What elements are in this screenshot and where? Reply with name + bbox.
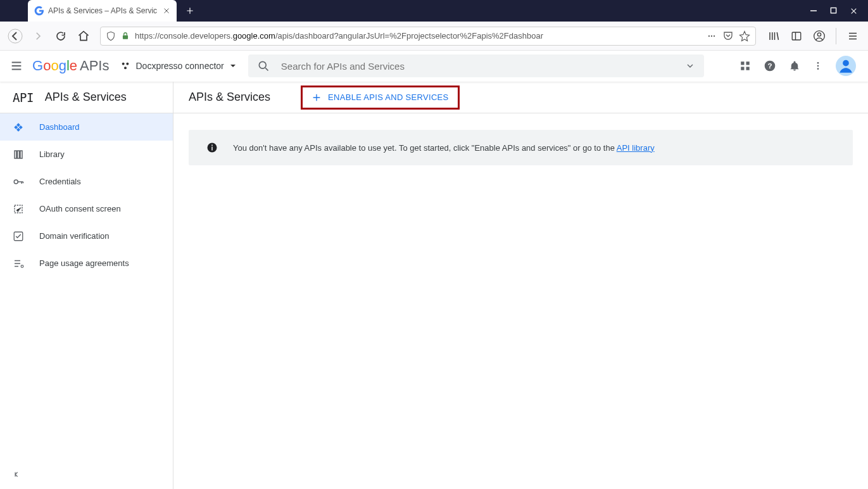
gift-icon[interactable] [739, 60, 751, 72]
main: API APIs & Services Dashboard Library Cr… [0, 82, 868, 489]
svg-point-9 [122, 63, 125, 65]
svg-point-28 [211, 144, 213, 146]
browser-tab-title: APIs & Services – APIs & Servic [48, 6, 159, 15]
project-selector[interactable]: Docxpresso connector [118, 61, 239, 71]
svg-point-1 [8, 29, 22, 43]
forward-button[interactable] [29, 27, 47, 45]
search-icon [257, 60, 270, 72]
page-actions-icon[interactable] [706, 32, 717, 41]
shield-icon [106, 31, 116, 41]
sidebar: API APIs & Services Dashboard Library Cr… [0, 82, 173, 489]
user-avatar[interactable] [836, 56, 856, 76]
reload-button[interactable] [52, 27, 70, 45]
svg-point-10 [127, 63, 129, 65]
svg-point-21 [817, 68, 819, 70]
sidebar-item-credentials[interactable]: Credentials [0, 168, 173, 195]
banner-text: You don't have any APIs available to use… [233, 143, 655, 153]
pocket-icon[interactable] [722, 30, 734, 42]
profile-icon[interactable] [810, 27, 828, 45]
sidebar-item-page-usage-agreements[interactable]: Page usage agreements [0, 250, 173, 277]
key-icon [13, 176, 24, 187]
enable-apis-button[interactable]: ENABLE APIS AND SERVICES [301, 86, 459, 110]
brand-logo[interactable]: Google APIs [32, 58, 109, 74]
nav-menu-button[interactable] [9, 59, 23, 73]
notifications-icon[interactable] [789, 60, 800, 72]
window-titlebar: APIs & Services – APIs & Servic [0, 0, 868, 22]
home-button[interactable] [75, 27, 92, 45]
sidebar-header: API APIs & Services [0, 82, 173, 113]
svg-rect-0 [831, 8, 836, 13]
overflow-menu-icon[interactable] [813, 60, 823, 72]
window-close-button[interactable] [850, 7, 858, 15]
enable-apis-label: ENABLE APIS AND SERVICES [328, 92, 448, 102]
sidebar-item-label: OAuth consent screen [39, 204, 121, 213]
search-box[interactable] [248, 54, 704, 77]
svg-rect-14 [746, 61, 750, 65]
sidebar-item-domain-verification[interactable]: Domain verification [0, 222, 173, 250]
window-controls [800, 7, 868, 15]
library-icon [13, 149, 24, 160]
sidebar-item-dashboard[interactable]: Dashboard [0, 113, 173, 141]
content: APIs & Services ENABLE APIS AND SERVICES… [173, 82, 868, 489]
window-maximize-button[interactable] [830, 7, 837, 15]
svg-point-5 [714, 35, 715, 36]
content-header: APIs & Services ENABLE APIS AND SERVICES [173, 82, 868, 113]
new-tab-button[interactable] [186, 6, 194, 15]
svg-rect-13 [741, 61, 744, 65]
api-icon: API [13, 91, 34, 105]
svg-rect-6 [792, 32, 801, 40]
close-tab-button[interactable] [163, 7, 170, 15]
svg-point-4 [711, 35, 712, 36]
url-bar[interactable]: https://console.developers.google.com/ap… [100, 27, 756, 46]
browser-tab[interactable]: APIs & Services – APIs & Servic [28, 0, 177, 22]
back-button[interactable] [6, 27, 24, 45]
sidebar-item-library[interactable]: Library [0, 141, 173, 168]
svg-point-11 [124, 67, 127, 69]
svg-point-12 [259, 61, 266, 68]
svg-rect-15 [741, 67, 744, 70]
sidebars-icon[interactable] [788, 27, 805, 45]
svg-rect-2 [123, 35, 128, 39]
url-text: https://console.developers.google.com/ap… [135, 31, 701, 41]
svg-point-19 [817, 62, 819, 64]
sidebar-item-label: Credentials [39, 177, 81, 186]
svg-rect-16 [746, 67, 750, 70]
library-icon[interactable] [765, 27, 783, 45]
info-icon [206, 142, 218, 153]
bookmark-icon[interactable] [739, 30, 750, 42]
google-favicon [34, 6, 44, 16]
check-box-icon [13, 231, 24, 242]
sidebar-item-label: Domain verification [39, 231, 110, 241]
svg-point-22 [843, 60, 849, 67]
browser-navbar: https://console.developers.google.com/ap… [0, 22, 868, 51]
svg-rect-27 [211, 147, 213, 151]
svg-point-23 [14, 180, 18, 184]
page-title: APIs & Services [189, 91, 270, 104]
window-minimize-button[interactable] [810, 7, 817, 15]
app-bar-actions: ? [739, 56, 859, 76]
app-bar: Google APIs Docxpresso connector ? [0, 51, 868, 82]
sidebar-item-oauth-consent[interactable]: OAuth consent screen [0, 195, 173, 222]
chevron-down-icon[interactable] [685, 61, 695, 71]
dashboard-icon [13, 122, 24, 133]
svg-point-25 [21, 265, 23, 267]
svg-text:?: ? [767, 61, 772, 70]
chevron-down-icon [229, 62, 237, 70]
help-icon[interactable]: ? [764, 60, 776, 72]
sidebar-item-label: Library [39, 149, 65, 159]
search-input[interactable] [281, 61, 674, 72]
agreement-icon [13, 258, 24, 269]
sidebar-title: APIs & Services [45, 91, 127, 104]
sidebar-item-label: Dashboard [39, 122, 80, 132]
consent-icon [13, 203, 24, 215]
sidebar-item-label: Page usage agreements [39, 258, 129, 268]
info-banner: You don't have any APIs available to use… [189, 130, 853, 165]
api-library-link[interactable]: API library [617, 143, 655, 153]
svg-point-20 [817, 65, 819, 67]
lock-icon [121, 32, 130, 41]
sidebar-collapse-button[interactable] [0, 462, 173, 489]
divider [836, 28, 836, 44]
svg-point-8 [817, 32, 821, 35]
plus-icon [311, 92, 322, 103]
browser-menu-button[interactable] [844, 27, 862, 45]
